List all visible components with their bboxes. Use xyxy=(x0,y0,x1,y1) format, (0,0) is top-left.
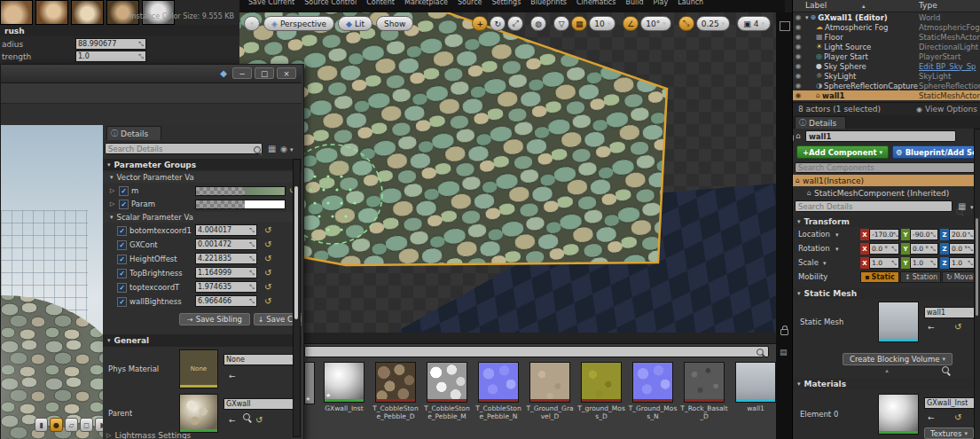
transform-section-header[interactable]: ▾ Transform xyxy=(793,216,980,227)
toolbar-source[interactable]: Source xyxy=(458,0,482,6)
reset-to-default-icon[interactable]: ↺ xyxy=(954,412,961,422)
brush-thumb[interactable] xyxy=(71,0,104,25)
param-checkbox[interactable]: ✓ xyxy=(119,200,129,209)
scale-snap-toggle[interactable]: ⤡ xyxy=(678,16,694,31)
reset-to-default-icon[interactable]: ↺ xyxy=(264,225,271,235)
scrollbar-thumb[interactable] xyxy=(976,218,978,316)
visibility-eye-icon[interactable]: ◉ xyxy=(793,62,804,70)
preview-shape-cylinder-button[interactable]: ▮ xyxy=(35,418,48,432)
maximize-button[interactable]: □ xyxy=(255,67,274,79)
view-grid-icon[interactable]: ▦ xyxy=(958,201,966,211)
visibility-eye-icon[interactable]: ◉ xyxy=(793,82,804,90)
type-column-header[interactable]: Type xyxy=(919,1,937,10)
outliner-row-wall1-selected[interactable]: ◉ ⌂ wall1 StaticMeshActor xyxy=(793,90,980,100)
grid-snap-toggle[interactable]: ▦ xyxy=(571,16,587,31)
toolbar-source-control[interactable]: Source Control xyxy=(304,0,357,6)
color-swatch[interactable] xyxy=(195,186,286,196)
toolbar-build[interactable]: Build xyxy=(625,0,643,6)
lock-icon[interactable] xyxy=(780,329,788,335)
label-column-header[interactable]: Label xyxy=(805,1,827,10)
rotate-tool-button[interactable]: ↻ xyxy=(490,16,506,31)
param-checkbox[interactable]: ✓ xyxy=(117,240,127,250)
view-options-button[interactable]: ◉ View Options xyxy=(916,105,977,114)
toolbar-blueprints[interactable]: Blueprints xyxy=(530,0,567,6)
mobility-static-button[interactable]: ▪ Static xyxy=(860,271,899,283)
rotation-x-field[interactable]: 0.0 °⤡ xyxy=(869,243,899,255)
staticmesh-section-header[interactable]: ▾ Static Mesh xyxy=(793,287,980,299)
param-checkbox[interactable]: ✓ xyxy=(117,283,127,293)
show-button[interactable]: Show xyxy=(376,16,413,31)
coordinate-system-button[interactable]: ◍ xyxy=(530,16,546,31)
reset-to-default-icon[interactable]: ↺ xyxy=(954,322,961,332)
actor-name-input[interactable] xyxy=(805,130,956,142)
materials-section-header[interactable]: ▾ Materials xyxy=(793,378,980,389)
scrollbar-thumb[interactable] xyxy=(294,186,298,319)
lit-mode-button[interactable]: ◆ Lit xyxy=(338,16,372,31)
visibility-eye-icon[interactable]: ◉ xyxy=(793,72,804,80)
camera-speed-button[interactable]: ▣ 4 ▾ xyxy=(737,16,771,31)
minimize-button[interactable]: − xyxy=(232,67,252,79)
scalar-param-field[interactable]: 4.221835 ⤡ xyxy=(195,253,257,264)
parent-thumbnail[interactable] xyxy=(179,394,218,433)
search-details-input[interactable] xyxy=(795,200,953,212)
scalar-param-field[interactable]: 0.001472 ⤡ xyxy=(195,239,257,250)
details-tab[interactable]: ⓘ Details xyxy=(106,126,161,140)
material-thumbnail[interactable] xyxy=(878,394,919,435)
toolbar-settings[interactable]: Settings xyxy=(492,0,521,6)
blueprint-add-script-button[interactable]: ⚙ Blueprint/Add Scrip xyxy=(892,145,979,159)
visibility-eye-icon[interactable]: ◉ xyxy=(793,52,804,60)
lock-icon[interactable] xyxy=(793,135,794,141)
chevron-right-icon[interactable]: ▷ xyxy=(110,200,114,208)
actor-type-edit-link[interactable]: Edit BP_Sky_Sp xyxy=(919,62,976,71)
param-checkbox[interactable]: ✓ xyxy=(117,226,127,236)
scale-z-field[interactable]: 1.0⤡ xyxy=(949,257,976,269)
move-tool-button[interactable]: + xyxy=(472,16,488,31)
strength-field[interactable]: 1.0 ⤡ xyxy=(75,51,146,62)
outliner-row-floor[interactable]: ◉ ▦ Floor StaticMeshActor xyxy=(793,32,980,42)
reset-to-default-icon[interactable]: ↺ xyxy=(255,415,263,425)
asset-item[interactable]: ★ GXwall_Inst xyxy=(318,362,370,412)
component-row-staticmesh[interactable]: ⌂ StaticMeshComponent (Inherited) xyxy=(793,187,980,199)
use-selected-icon[interactable]: ← xyxy=(928,413,935,422)
preview-shape-plane-button[interactable]: ▱ xyxy=(65,418,78,432)
visibility-eye-icon[interactable]: ◉ xyxy=(793,43,804,51)
param-checkbox[interactable]: ✓ xyxy=(117,269,127,278)
reset-to-default-icon[interactable]: ↺ xyxy=(264,239,271,249)
param-checkbox[interactable]: ✓ xyxy=(119,186,129,196)
perspective-button[interactable]: ◈ Perspective xyxy=(263,16,334,31)
outliner-row-world[interactable]: ◉ ▾ ⊕ GXwall1 (Editor) World xyxy=(793,12,980,22)
outliner-row-skylight[interactable]: ◉ ☼ SkyLight SkyLight xyxy=(793,71,980,81)
asset-item[interactable]: T_ground_Moss_D xyxy=(576,362,627,420)
view-grid-icon[interactable]: ▦ xyxy=(268,144,276,153)
rotation-z-field[interactable]: 0.0 °⤡ xyxy=(949,243,976,255)
phys-material-thumbnail[interactable]: None xyxy=(179,349,218,388)
color-swatch[interactable] xyxy=(195,200,286,209)
save-filter-icon[interactable]: ▤ xyxy=(780,348,788,357)
parent-dropdown[interactable]: GXwall ▾ xyxy=(223,398,296,410)
scale-y-field[interactable]: 1.0⤡ xyxy=(910,257,938,269)
reset-to-default-icon[interactable]: ↺ xyxy=(264,282,271,292)
staticmesh-thumbnail[interactable] xyxy=(878,302,919,342)
reset-to-default-icon[interactable]: ↺ xyxy=(264,296,271,306)
asset-item[interactable]: T_CobbleStone_Pebble_N xyxy=(473,362,524,420)
outliner-row-atmospheric-fog[interactable]: ◉ ☁ Atmospheric Fog AtmosphericFog xyxy=(793,22,980,32)
visibility-eye-icon[interactable]: ◉ xyxy=(793,13,804,21)
vector-params-header[interactable]: ▾ Vector Parameter Va xyxy=(103,172,302,183)
outliner-row-sphere-reflection[interactable]: ◉ ◑ SphereReflectionCapture SphereReflec… xyxy=(793,81,980,90)
scalar-param-field[interactable]: 4.004017 ⤡ xyxy=(195,224,257,236)
rotation-snap-toggle[interactable]: ∠ xyxy=(623,16,639,31)
use-selected-icon[interactable]: ← xyxy=(229,372,236,380)
details-scrollbar[interactable] xyxy=(974,129,980,439)
asset-item[interactable]: T_Rock_Basalt_D xyxy=(678,362,730,420)
toolbar-content[interactable]: Content xyxy=(366,0,395,6)
surface-snap-button[interactable]: ▽ xyxy=(553,16,569,31)
viewport-options-dropdown[interactable]: ▾ xyxy=(244,16,260,31)
section-collapse-divider[interactable]: ▴ xyxy=(793,367,980,376)
scale-x-field[interactable]: 1.0⤡ xyxy=(869,257,899,269)
asset-item[interactable]: T_Ground_Gravel_D xyxy=(524,362,576,420)
use-selected-icon[interactable]: ← xyxy=(229,416,236,425)
asset-item-partial[interactable]: ★ xyxy=(304,362,315,404)
material-preview-viewport[interactable]: ▮ ● ▱ ◻ ◗ xyxy=(1,125,103,439)
search-components-input[interactable] xyxy=(795,162,978,173)
visibility-eye-icon[interactable]: ◉ xyxy=(793,91,804,99)
